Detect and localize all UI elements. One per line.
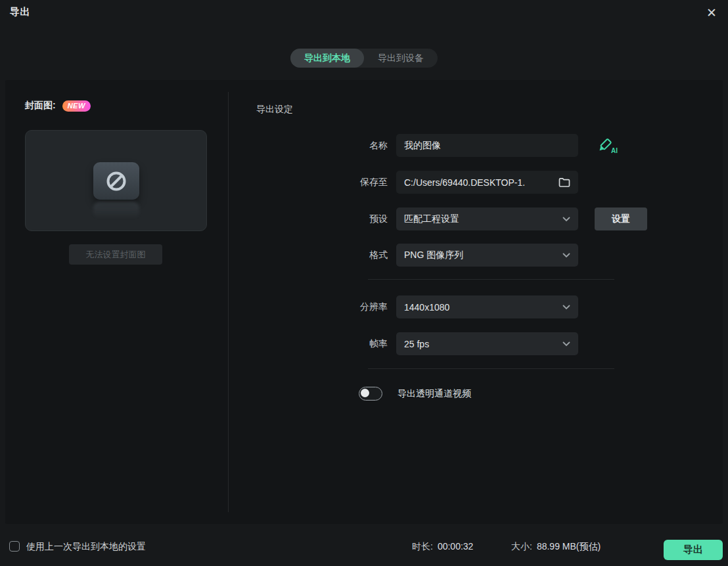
preset-settings-button[interactable]: 设置 <box>595 207 647 230</box>
tab-export-device[interactable]: 导出到设备 <box>364 49 438 68</box>
export-dialog: 导出 ✕ 导出到本地 导出到设备 封面图: NEW 无法设置封面图 导出设定 名… <box>0 0 728 566</box>
preset-select[interactable]: 匹配工程设置 <box>396 207 578 230</box>
preset-value: 匹配工程设置 <box>404 213 459 225</box>
save-path-field[interactable]: C:/Users/69440.DESKTOP-1. <box>396 171 578 194</box>
duration-value: 00:00:32 <box>438 540 474 552</box>
size-value: 88.99 MB(预估) <box>537 540 601 552</box>
size-stat: 大小: 88.99 MB(预估) <box>511 540 601 552</box>
resolution-value: 1440x1080 <box>404 302 449 313</box>
alpha-channel-toggle[interactable] <box>359 387 382 401</box>
chevron-down-icon <box>562 217 570 222</box>
circle-slash-icon <box>105 170 127 192</box>
blocked-tile <box>93 162 139 200</box>
name-label: 名称 <box>329 134 388 157</box>
chevron-down-icon <box>562 253 570 258</box>
ai-rename-button[interactable]: AI <box>597 137 620 156</box>
save-to-label: 保存至 <box>329 171 388 194</box>
svg-text:AI: AI <box>611 147 618 154</box>
export-target-tabs: 导出到本地 导出到设备 <box>290 49 438 68</box>
cover-header: 封面图: NEW <box>25 100 91 112</box>
settings-section-title: 导出设定 <box>256 104 293 116</box>
alpha-channel-label: 导出透明通道视频 <box>398 387 471 401</box>
set-cover-button[interactable]: 无法设置封面图 <box>69 244 162 265</box>
export-button[interactable]: 导出 <box>664 540 723 560</box>
framerate-label: 帧率 <box>329 332 388 355</box>
resolution-label: 分辨率 <box>329 295 388 318</box>
framerate-select[interactable]: 25 fps <box>396 332 578 355</box>
tab-export-local[interactable]: 导出到本地 <box>290 49 364 68</box>
dialog-title: 导出 <box>10 6 30 18</box>
chevron-down-icon <box>562 341 570 347</box>
close-icon[interactable]: ✕ <box>703 5 720 22</box>
duration-stat: 时长: 00:00:32 <box>412 540 473 552</box>
cover-preview <box>25 130 207 231</box>
toggle-knob <box>361 389 369 397</box>
tile-reflection <box>93 202 139 219</box>
chevron-down-icon <box>562 305 570 310</box>
save-path-value: C:/Users/69440.DESKTOP-1. <box>404 177 553 188</box>
size-label: 大小: <box>511 540 532 552</box>
preset-label: 预设 <box>329 207 388 230</box>
name-input[interactable]: 我的图像 <box>396 134 578 157</box>
framerate-value: 25 fps <box>404 339 429 349</box>
cover-label: 封面图: <box>25 100 56 112</box>
duration-label: 时长: <box>412 540 433 552</box>
format-label: 格式 <box>329 244 388 267</box>
section-divider <box>368 279 614 280</box>
new-badge: NEW <box>62 100 91 112</box>
format-value: PNG 图像序列 <box>404 250 463 261</box>
export-panel: 封面图: NEW 无法设置封面图 导出设定 名称 我的图像 <box>5 80 723 524</box>
resolution-select[interactable]: 1440x1080 <box>396 295 578 318</box>
name-value: 我的图像 <box>404 140 441 152</box>
format-select[interactable]: PNG 图像序列 <box>396 244 578 267</box>
reuse-settings-checkbox[interactable] <box>9 541 20 552</box>
vertical-divider <box>228 92 229 512</box>
reuse-settings-label: 使用上一次导出到本地的设置 <box>26 540 146 552</box>
section-divider <box>368 368 614 369</box>
ai-pencil-icon: AI <box>597 137 620 156</box>
folder-icon[interactable] <box>558 177 570 188</box>
